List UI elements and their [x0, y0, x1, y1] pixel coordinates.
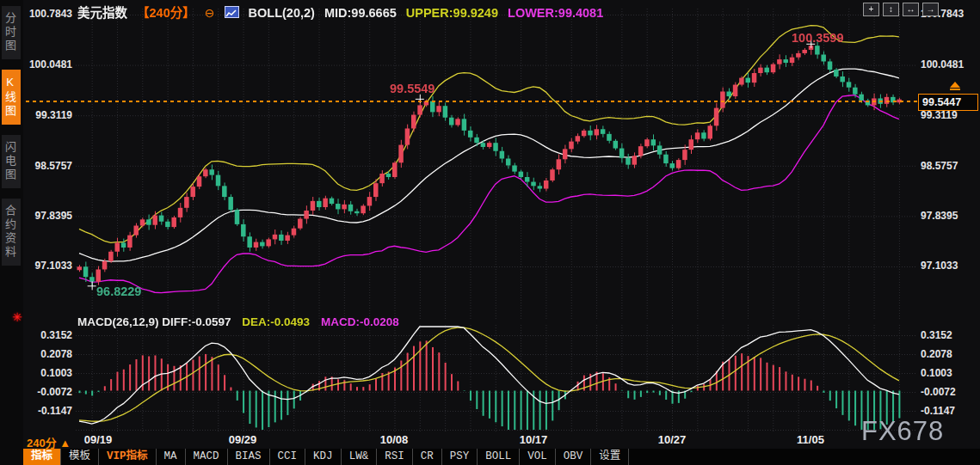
- price-alert-icon[interactable]: [950, 82, 960, 90]
- price-axis-label: 98.5757: [921, 160, 974, 172]
- macd-diff-value: MACD(26,12,9) DIFF:-0.0597: [77, 315, 231, 328]
- toolbar-item-obv[interactable]: OBV: [556, 449, 592, 465]
- price-axis-label: 99.3119: [921, 109, 974, 121]
- macd-axis-label: 0.1003: [24, 367, 72, 379]
- sidebar-item-kline-chart[interactable]: K线图: [2, 70, 21, 125]
- scroll-right-icon[interactable]: →: [922, 3, 939, 16]
- macd-chart-canvas[interactable]: [76, 325, 916, 431]
- alert-icon[interactable]: ✳: [12, 310, 22, 324]
- symbol-name: 美元指数: [77, 6, 127, 20]
- sidebar-item-timeline-chart[interactable]: 分时图: [2, 6, 21, 59]
- toolbar-item-lwr[interactable]: LW&: [342, 449, 378, 465]
- toolbar-item-template[interactable]: 模板: [61, 449, 99, 465]
- macd-dea-value: DEA:-0.0493: [242, 315, 310, 328]
- date-axis-label: 09/19: [78, 433, 118, 446]
- price-axis-label: 97.8395: [24, 210, 72, 222]
- macd-axis-label: 0.3152: [921, 329, 974, 341]
- macd-axis-label: -0.1147: [921, 405, 974, 417]
- chart-header: 美元指数 【240分】 ⊖ BOLL(20,2) MID:99.6665 UPP…: [77, 3, 609, 21]
- date-axis-label: 10/08: [374, 433, 414, 446]
- period-tag[interactable]: 【240分】: [137, 6, 195, 20]
- toolbar-item-indicator[interactable]: 指标: [23, 449, 61, 465]
- axis-vertical-icon[interactable]: ↕: [883, 3, 899, 16]
- macd-header: MACD(26,12,9) DIFF:-0.0597 DEA:-0.0493 M…: [77, 315, 407, 328]
- price-axis-label: 98.5757: [24, 160, 72, 172]
- chart-tools: + ↕ ↔ →: [863, 3, 939, 16]
- price-axis-label: 97.1033: [24, 260, 72, 272]
- date-axis-label: 10/27: [652, 433, 692, 446]
- swing-high-annotation: 99.5549: [390, 82, 435, 95]
- boll-label: BOLL(20,2): [249, 6, 315, 20]
- boll-lower-value: LOWER:99.4081: [508, 6, 603, 20]
- sidebar-item-contract-info[interactable]: 合约资料: [2, 199, 21, 266]
- boll-mid-value: MID:99.6665: [324, 6, 397, 20]
- sidebar: 分时图 K线图 闪电图 合约资料 ✳: [0, 0, 24, 465]
- price-axis-label: 100.0481: [24, 58, 72, 70]
- macd-axis-label: 0.3152: [24, 329, 72, 341]
- date-axis-label: 11/05: [791, 433, 830, 446]
- high-annotation: 100.3599: [792, 31, 843, 45]
- toolbar-item-cr[interactable]: CR: [413, 449, 442, 465]
- toolbar-item-kdj[interactable]: KDJ: [305, 449, 342, 465]
- toolbar-item-rsi[interactable]: RSI: [377, 449, 413, 465]
- macd-axis-label: -0.0072: [24, 386, 72, 398]
- macd-hist-value: MACD:-0.0208: [321, 315, 399, 328]
- macd-axis-label: 0.2078: [921, 348, 974, 360]
- price-axis-label: 100.7843: [24, 8, 72, 20]
- sidebar-item-flash-chart[interactable]: 闪电图: [2, 135, 21, 188]
- indicator-toolbar: 指标 模板 VIP指标 MA MACD BIAS CCI KDJ LW& RSI…: [23, 449, 980, 465]
- overlay-chart-icon[interactable]: [225, 6, 239, 18]
- main-chart-canvas[interactable]: [76, 9, 916, 320]
- price-axis-label: 99.3119: [24, 109, 72, 121]
- macd-axis-label: -0.0072: [921, 386, 974, 398]
- toolbar-item-ma[interactable]: MA: [157, 449, 186, 465]
- price-axis-label: 100.0481: [921, 58, 974, 70]
- date-axis-label: 09/29: [223, 433, 262, 446]
- low-annotation: 96.8229: [96, 285, 141, 298]
- price-axis-label: 97.1033: [921, 260, 974, 272]
- toolbar-item-vip-indicator[interactable]: VIP指标: [99, 449, 157, 465]
- toolbar-item-cci[interactable]: CCI: [270, 449, 306, 465]
- last-price-tag: 99.5447: [918, 94, 978, 111]
- toolbar-item-macd[interactable]: MACD: [186, 449, 228, 465]
- macd-axis-label: 0.1003: [921, 367, 974, 379]
- crosshair-move-icon[interactable]: +: [863, 3, 879, 16]
- date-axis-label: 10/17: [514, 433, 553, 446]
- fx678-watermark: FX678: [861, 416, 944, 447]
- boll-upper-value: UPPER:99.9249: [406, 6, 498, 20]
- macd-axis-label: -0.1147: [24, 405, 72, 417]
- macd-axis-label: 0.2078: [24, 348, 72, 360]
- toolbar-item-bias[interactable]: BIAS: [228, 449, 270, 465]
- trading-terminal: 分时图 K线图 闪电图 合约资料 ✳ 美元指数 【240分】 ⊖ BOLL(20…: [0, 0, 980, 465]
- axis-horizontal-icon[interactable]: ↔: [903, 3, 919, 16]
- last-price-line: [26, 101, 919, 102]
- toolbar-item-psy[interactable]: PSY: [442, 449, 478, 465]
- price-axis-label: 97.8395: [921, 210, 974, 222]
- collapse-icon[interactable]: ⊖: [205, 6, 215, 20]
- toolbar-item-boll[interactable]: BOLL: [478, 449, 520, 465]
- toolbar-item-vol[interactable]: VOL: [520, 449, 556, 465]
- toolbar-item-settings[interactable]: 设置: [591, 449, 629, 465]
